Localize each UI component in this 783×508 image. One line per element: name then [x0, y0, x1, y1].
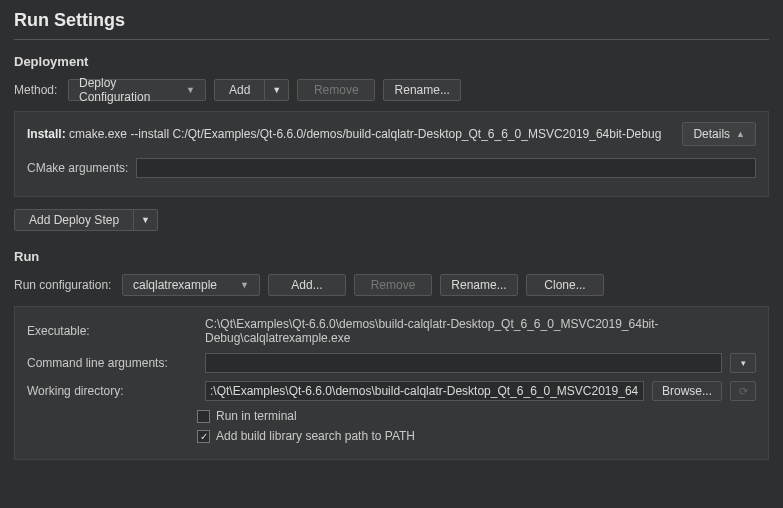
- add-deploy-step-button[interactable]: Add Deploy Step ▼: [14, 209, 158, 231]
- run-in-terminal-label: Run in terminal: [216, 409, 297, 423]
- add-deploy-step-label: Add Deploy Step: [15, 210, 134, 230]
- clone-run-config-button[interactable]: Clone...: [526, 274, 604, 296]
- cmdline-expand-button[interactable]: ▾: [730, 353, 756, 373]
- deployment-heading: Deployment: [14, 54, 769, 69]
- cmake-args-label: CMake arguments:: [27, 161, 128, 175]
- run-config-combo[interactable]: calqlatrexample ▼: [122, 274, 260, 296]
- install-step-title: Install: cmake.exe --install C:/Qt/Examp…: [27, 127, 661, 141]
- reset-icon: ⟳: [739, 385, 748, 398]
- reset-workdir-button[interactable]: ⟳: [730, 381, 756, 401]
- chevron-down-icon: ▼: [265, 85, 288, 95]
- run-heading: Run: [14, 249, 769, 264]
- add-path-checkbox[interactable]: ✓: [197, 430, 210, 443]
- run-in-terminal-checkbox[interactable]: [197, 410, 210, 423]
- run-details-panel: Executable: C:\Qt\Examples\Qt-6.6.0\demo…: [14, 306, 769, 460]
- rename-deploy-config-button[interactable]: Rename...: [383, 79, 461, 101]
- method-combo[interactable]: Deploy Configuration ▼: [68, 79, 206, 101]
- details-label: Details: [693, 127, 730, 141]
- browse-button[interactable]: Browse...: [652, 381, 722, 401]
- chevron-up-icon: ▲: [736, 129, 745, 139]
- method-label: Method:: [14, 83, 60, 97]
- workdir-input[interactable]: [205, 381, 644, 401]
- executable-value: C:\Qt\Examples\Qt-6.6.0\demos\build-calq…: [205, 317, 756, 345]
- remove-run-config-button[interactable]: Remove: [354, 274, 432, 296]
- remove-deploy-config-button[interactable]: Remove: [297, 79, 375, 101]
- add-path-label: Add build library search path to PATH: [216, 429, 415, 443]
- cmake-args-input[interactable]: [136, 158, 756, 178]
- install-step-panel: Install: cmake.exe --install C:/Qt/Examp…: [14, 111, 769, 197]
- executable-label: Executable:: [27, 324, 197, 338]
- method-combo-value: Deploy Configuration: [79, 76, 176, 104]
- cmdline-label: Command line arguments:: [27, 356, 197, 370]
- details-toggle-button[interactable]: Details ▲: [682, 122, 756, 146]
- workdir-label: Working directory:: [27, 384, 197, 398]
- add-button-label: Add: [215, 80, 265, 100]
- chevron-down-icon: ▼: [134, 215, 157, 225]
- rename-run-config-button[interactable]: Rename...: [440, 274, 518, 296]
- add-deploy-config-button[interactable]: Add ▼: [214, 79, 289, 101]
- run-config-value: calqlatrexample: [133, 278, 217, 292]
- chevron-down-icon: ▾: [741, 358, 746, 368]
- chevron-down-icon: ▼: [240, 280, 249, 290]
- page-title: Run Settings: [14, 10, 769, 31]
- add-run-config-button[interactable]: Add...: [268, 274, 346, 296]
- cmdline-input[interactable]: [205, 353, 722, 373]
- run-config-label: Run configuration:: [14, 278, 114, 292]
- divider: [14, 39, 769, 40]
- chevron-down-icon: ▼: [186, 85, 195, 95]
